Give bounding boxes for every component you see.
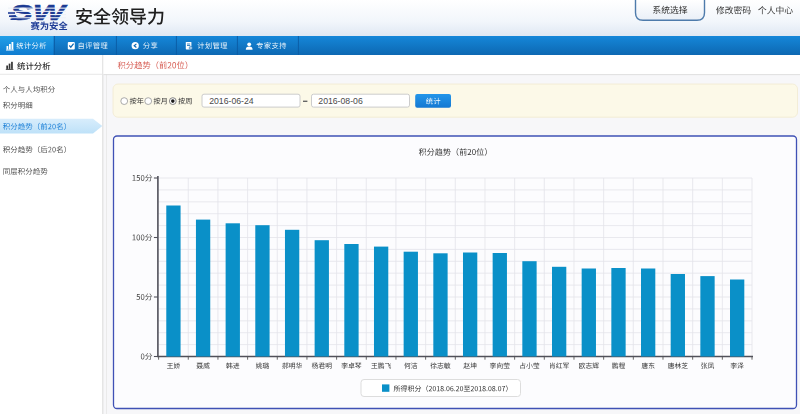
- svg-text:2016-06-24: 2016-06-24: [209, 96, 254, 106]
- svg-text:SW: SW: [10, 0, 68, 25]
- svg-text:2016-08-06: 2016-08-06: [318, 96, 363, 106]
